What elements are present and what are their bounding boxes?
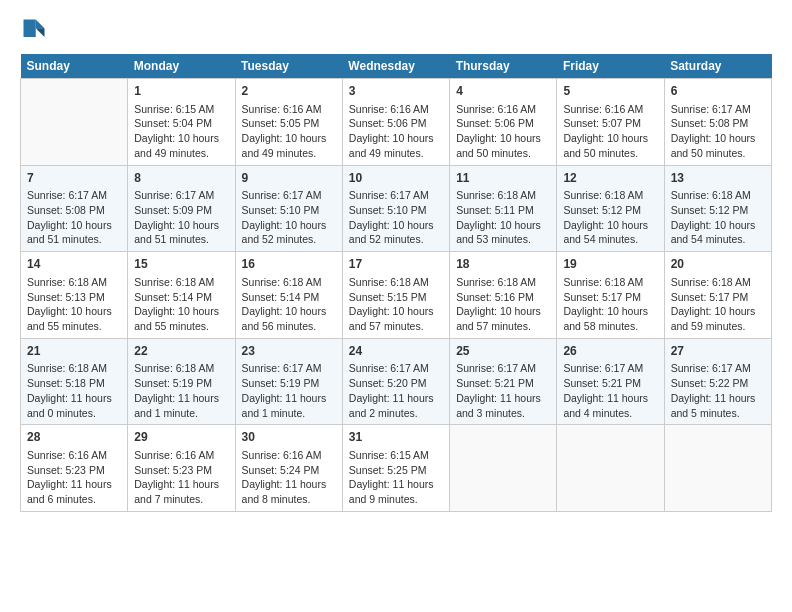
day-number: 4 bbox=[456, 83, 550, 100]
sunset-text: Sunset: 5:23 PM bbox=[27, 463, 121, 478]
daylight-text: Daylight: 11 hours and 0 minutes. bbox=[27, 391, 121, 420]
day-number: 13 bbox=[671, 170, 765, 187]
sunrise-text: Sunrise: 6:18 AM bbox=[671, 275, 765, 290]
cell-w4-d2: 30Sunrise: 6:16 AMSunset: 5:24 PMDayligh… bbox=[235, 425, 342, 512]
daylight-text: Daylight: 10 hours and 55 minutes. bbox=[134, 304, 228, 333]
day-number: 5 bbox=[563, 83, 657, 100]
day-number: 2 bbox=[242, 83, 336, 100]
cell-w2-d6: 20Sunrise: 6:18 AMSunset: 5:17 PMDayligh… bbox=[664, 252, 771, 339]
cell-w4-d4 bbox=[450, 425, 557, 512]
cell-w2-d4: 18Sunrise: 6:18 AMSunset: 5:16 PMDayligh… bbox=[450, 252, 557, 339]
sunrise-text: Sunrise: 6:18 AM bbox=[27, 361, 121, 376]
sunrise-text: Sunrise: 6:17 AM bbox=[242, 188, 336, 203]
daylight-text: Daylight: 11 hours and 1 minute. bbox=[242, 391, 336, 420]
day-number: 1 bbox=[134, 83, 228, 100]
svg-rect-2 bbox=[24, 20, 36, 38]
daylight-text: Daylight: 10 hours and 49 minutes. bbox=[134, 131, 228, 160]
sunrise-text: Sunrise: 6:18 AM bbox=[563, 275, 657, 290]
daylight-text: Daylight: 11 hours and 7 minutes. bbox=[134, 477, 228, 506]
sunset-text: Sunset: 5:16 PM bbox=[456, 290, 550, 305]
sunset-text: Sunset: 5:14 PM bbox=[134, 290, 228, 305]
sunrise-text: Sunrise: 6:18 AM bbox=[456, 275, 550, 290]
daylight-text: Daylight: 10 hours and 49 minutes. bbox=[242, 131, 336, 160]
cell-w0-d3: 3Sunrise: 6:16 AMSunset: 5:06 PMDaylight… bbox=[342, 79, 449, 166]
daylight-text: Daylight: 11 hours and 1 minute. bbox=[134, 391, 228, 420]
cell-w4-d1: 29Sunrise: 6:16 AMSunset: 5:23 PMDayligh… bbox=[128, 425, 235, 512]
daylight-text: Daylight: 10 hours and 59 minutes. bbox=[671, 304, 765, 333]
sunrise-text: Sunrise: 6:16 AM bbox=[242, 102, 336, 117]
day-number: 26 bbox=[563, 343, 657, 360]
sunset-text: Sunset: 5:23 PM bbox=[134, 463, 228, 478]
daylight-text: Daylight: 10 hours and 51 minutes. bbox=[27, 218, 121, 247]
sunset-text: Sunset: 5:04 PM bbox=[134, 116, 228, 131]
day-number: 16 bbox=[242, 256, 336, 273]
cell-w1-d3: 10Sunrise: 6:17 AMSunset: 5:10 PMDayligh… bbox=[342, 165, 449, 252]
daylight-text: Daylight: 10 hours and 51 minutes. bbox=[134, 218, 228, 247]
cell-w0-d2: 2Sunrise: 6:16 AMSunset: 5:05 PMDaylight… bbox=[235, 79, 342, 166]
day-number: 29 bbox=[134, 429, 228, 446]
day-number: 7 bbox=[27, 170, 121, 187]
svg-marker-1 bbox=[36, 28, 45, 37]
sunrise-text: Sunrise: 6:17 AM bbox=[671, 361, 765, 376]
sunset-text: Sunset: 5:21 PM bbox=[563, 376, 657, 391]
sunset-text: Sunset: 5:05 PM bbox=[242, 116, 336, 131]
day-header-wednesday: Wednesday bbox=[342, 54, 449, 79]
cell-w3-d4: 25Sunrise: 6:17 AMSunset: 5:21 PMDayligh… bbox=[450, 338, 557, 425]
cell-w4-d3: 31Sunrise: 6:15 AMSunset: 5:25 PMDayligh… bbox=[342, 425, 449, 512]
week-row-3: 21Sunrise: 6:18 AMSunset: 5:18 PMDayligh… bbox=[21, 338, 772, 425]
day-number: 19 bbox=[563, 256, 657, 273]
sunset-text: Sunset: 5:12 PM bbox=[671, 203, 765, 218]
daylight-text: Daylight: 10 hours and 52 minutes. bbox=[242, 218, 336, 247]
daylight-text: Daylight: 11 hours and 4 minutes. bbox=[563, 391, 657, 420]
sunset-text: Sunset: 5:06 PM bbox=[349, 116, 443, 131]
day-number: 23 bbox=[242, 343, 336, 360]
sunrise-text: Sunrise: 6:18 AM bbox=[456, 188, 550, 203]
day-number: 3 bbox=[349, 83, 443, 100]
cell-w0-d0 bbox=[21, 79, 128, 166]
sunrise-text: Sunrise: 6:17 AM bbox=[349, 188, 443, 203]
day-number: 10 bbox=[349, 170, 443, 187]
cell-w1-d2: 9Sunrise: 6:17 AMSunset: 5:10 PMDaylight… bbox=[235, 165, 342, 252]
day-number: 12 bbox=[563, 170, 657, 187]
cell-w4-d5 bbox=[557, 425, 664, 512]
sunrise-text: Sunrise: 6:18 AM bbox=[134, 275, 228, 290]
cell-w0-d4: 4Sunrise: 6:16 AMSunset: 5:06 PMDaylight… bbox=[450, 79, 557, 166]
sunset-text: Sunset: 5:20 PM bbox=[349, 376, 443, 391]
sunset-text: Sunset: 5:07 PM bbox=[563, 116, 657, 131]
sunrise-text: Sunrise: 6:16 AM bbox=[456, 102, 550, 117]
sunrise-text: Sunrise: 6:16 AM bbox=[563, 102, 657, 117]
sunset-text: Sunset: 5:24 PM bbox=[242, 463, 336, 478]
daylight-text: Daylight: 11 hours and 8 minutes. bbox=[242, 477, 336, 506]
sunrise-text: Sunrise: 6:17 AM bbox=[349, 361, 443, 376]
sunset-text: Sunset: 5:10 PM bbox=[349, 203, 443, 218]
sunrise-text: Sunrise: 6:15 AM bbox=[134, 102, 228, 117]
daylight-text: Daylight: 10 hours and 57 minutes. bbox=[349, 304, 443, 333]
daylight-text: Daylight: 10 hours and 50 minutes. bbox=[671, 131, 765, 160]
sunset-text: Sunset: 5:15 PM bbox=[349, 290, 443, 305]
sunrise-text: Sunrise: 6:17 AM bbox=[242, 361, 336, 376]
cell-w1-d0: 7Sunrise: 6:17 AMSunset: 5:08 PMDaylight… bbox=[21, 165, 128, 252]
sunrise-text: Sunrise: 6:18 AM bbox=[27, 275, 121, 290]
daylight-text: Daylight: 10 hours and 50 minutes. bbox=[563, 131, 657, 160]
sunset-text: Sunset: 5:06 PM bbox=[456, 116, 550, 131]
daylight-text: Daylight: 11 hours and 3 minutes. bbox=[456, 391, 550, 420]
daylight-text: Daylight: 10 hours and 55 minutes. bbox=[27, 304, 121, 333]
day-number: 17 bbox=[349, 256, 443, 273]
day-header-monday: Monday bbox=[128, 54, 235, 79]
cell-w3-d5: 26Sunrise: 6:17 AMSunset: 5:21 PMDayligh… bbox=[557, 338, 664, 425]
sunrise-text: Sunrise: 6:17 AM bbox=[563, 361, 657, 376]
sunset-text: Sunset: 5:19 PM bbox=[242, 376, 336, 391]
sunrise-text: Sunrise: 6:18 AM bbox=[671, 188, 765, 203]
sunrise-text: Sunrise: 6:18 AM bbox=[134, 361, 228, 376]
sunrise-text: Sunrise: 6:16 AM bbox=[242, 448, 336, 463]
daylight-text: Daylight: 11 hours and 2 minutes. bbox=[349, 391, 443, 420]
sunrise-text: Sunrise: 6:16 AM bbox=[349, 102, 443, 117]
sunset-text: Sunset: 5:12 PM bbox=[563, 203, 657, 218]
sunset-text: Sunset: 5:08 PM bbox=[671, 116, 765, 131]
cell-w1-d6: 13Sunrise: 6:18 AMSunset: 5:12 PMDayligh… bbox=[664, 165, 771, 252]
sunset-text: Sunset: 5:13 PM bbox=[27, 290, 121, 305]
day-number: 21 bbox=[27, 343, 121, 360]
day-number: 6 bbox=[671, 83, 765, 100]
cell-w3-d1: 22Sunrise: 6:18 AMSunset: 5:19 PMDayligh… bbox=[128, 338, 235, 425]
logo-icon bbox=[20, 16, 48, 44]
